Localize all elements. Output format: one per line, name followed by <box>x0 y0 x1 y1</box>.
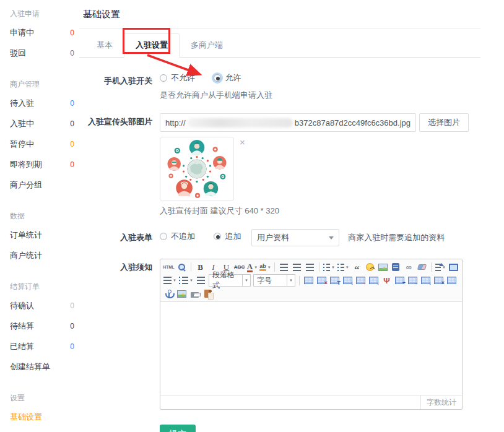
rich-text-editor: HTMLBIUABCA▼ab▼▼▼“∞▼▼▼段落格式▼字号▼×T↓→↓Ψ+→↓×… <box>160 259 463 410</box>
sidebar-item-待确认[interactable]: 待确认0 <box>10 295 79 316</box>
radio-append-circle[interactable] <box>214 233 221 240</box>
page-title: 基础设置 <box>79 0 480 28</box>
strikethrough-icon[interactable]: ABC <box>233 261 245 273</box>
insert-row-after-icon[interactable]: → <box>407 275 419 287</box>
indent-icon[interactable] <box>195 275 207 287</box>
tab-入驻设置[interactable]: 入驻设置 <box>124 33 180 58</box>
underline-icon[interactable]: U <box>220 261 232 273</box>
sidebar-item-count: 0 <box>70 28 74 37</box>
sidebar-section-header: 设置 <box>10 387 79 407</box>
choose-image-button[interactable]: 选择图片 <box>419 113 469 132</box>
insert-col-after-icon[interactable]: ↓ <box>420 275 432 287</box>
line-height-icon[interactable]: ▼ <box>163 275 177 287</box>
sidebar-item-商户分组[interactable]: 商户分组 <box>10 175 79 195</box>
html-source-icon[interactable]: HTML <box>163 261 175 273</box>
blockquote-icon[interactable]: “ <box>351 261 363 273</box>
sidebar-item-label: 基础设置 <box>10 412 42 423</box>
radio-allow[interactable]: 允许 <box>214 72 241 84</box>
sidebar-section: 入驻申请申请中0驳回0 <box>10 2 79 63</box>
table-props-icon[interactable] <box>446 275 458 287</box>
sidebar-item-通知设置[interactable]: 通知设置 <box>10 427 79 432</box>
ordered-list-icon[interactable]: ▼ <box>323 261 336 273</box>
sidebar-item-label: 入驻中 <box>10 118 34 129</box>
insert-link-icon[interactable]: ∞ <box>403 261 415 273</box>
chevron-down-icon: ▼ <box>189 279 193 282</box>
sidebar-section: 结算订单待确认0待结算0已结算0创建结算单 <box>10 275 79 377</box>
sidebar-item-label: 商户统计 <box>10 250 42 261</box>
font-color-icon: A <box>247 262 253 272</box>
print-icon[interactable] <box>189 288 201 300</box>
paragraph-spacing-icon <box>179 277 188 284</box>
delete-row-icon[interactable]: Ψ <box>381 275 393 287</box>
radio-disallow-circle[interactable] <box>160 74 167 82</box>
sidebar-item-label: 申请中 <box>10 27 34 38</box>
sidebar-item-待结算[interactable]: 待结算0 <box>10 316 79 336</box>
radio-no-append-circle[interactable] <box>160 233 167 240</box>
sidebar-item-订单统计[interactable]: 订单统计 <box>10 225 79 245</box>
merge-cells-icon[interactable]: ↓ <box>342 275 354 287</box>
sidebar-item-商户统计[interactable]: 商户统计 <box>10 245 79 266</box>
delete-col-icon: × <box>434 277 443 284</box>
paragraph-spacing-icon[interactable]: ▼ <box>178 275 194 287</box>
append-data-select[interactable]: 用户资料 <box>251 229 339 246</box>
header-image-url-input[interactable]: http:// b372c87a87d2cc49fc6c36bd.jpg <box>160 113 416 132</box>
insert-media-icon[interactable] <box>390 261 402 273</box>
remove-image-icon[interactable]: × <box>240 137 245 201</box>
insert-row-icon[interactable]: → <box>355 275 367 287</box>
radio-disallow[interactable]: 不允许 <box>160 72 195 84</box>
blockquote-icon: “ <box>354 264 360 270</box>
horizontal-rule-icon[interactable]: ▼ <box>435 261 446 273</box>
insert-image-icon[interactable] <box>377 261 389 273</box>
paste-icon <box>204 290 211 298</box>
editor-footer: 字数统计 <box>160 395 462 409</box>
remove-format-icon[interactable] <box>416 261 428 273</box>
emoticon-icon[interactable] <box>364 261 376 273</box>
insert-picture-icon[interactable] <box>176 288 188 300</box>
align-center-icon[interactable] <box>291 261 303 273</box>
unordered-list-icon[interactable]: ▼ <box>337 261 350 273</box>
highlight-color-icon[interactable]: ab▼ <box>259 261 271 273</box>
align-left-icon[interactable] <box>278 261 290 273</box>
editor-body[interactable] <box>160 302 462 395</box>
sidebar-item-基础设置[interactable]: 基础设置 <box>10 407 79 427</box>
merge-cells-icon: ↓ <box>343 277 352 284</box>
sidebar-item-label: 暂停中 <box>10 139 34 150</box>
insert-table-icon[interactable] <box>303 275 315 287</box>
sidebar-item-创建结算单[interactable]: 创建结算单 <box>10 356 79 377</box>
chevron-down-icon: ▼ <box>345 266 349 269</box>
toolbar-separator <box>319 262 319 272</box>
submit-button[interactable]: 提交 <box>160 425 196 432</box>
radio-append[interactable]: 追加 <box>214 231 241 242</box>
header-image-row: 入驻宣传头部图片 http:// b372c87a87d2cc49fc6c36b… <box>79 113 480 217</box>
notice-row: 入驻须知 HTMLBIUABCA▼ab▼▼▼“∞▼▼▼段落格式▼字号▼×T↓→↓… <box>79 259 480 410</box>
sidebar-item-即将到期[interactable]: 即将到期0 <box>10 154 79 175</box>
delete-table-icon[interactable]: × <box>316 275 328 287</box>
sidebar-item-已结算[interactable]: 已结算0 <box>10 336 79 356</box>
sidebar-item-申请中[interactable]: 申请中0 <box>10 22 79 43</box>
radio-allow-circle[interactable] <box>214 74 221 82</box>
sidebar-item-暂停中[interactable]: 暂停中0 <box>10 134 79 154</box>
font-color-icon[interactable]: A▼ <box>246 261 258 273</box>
sidebar-item-待入驻[interactable]: 待入驻0 <box>10 93 79 113</box>
append-form-label: 入驻表单 <box>79 229 152 246</box>
sidebar-item-入驻中[interactable]: 入驻中0 <box>10 113 79 134</box>
preview-icon[interactable] <box>176 261 188 273</box>
table-header-icon[interactable]: T <box>329 275 341 287</box>
sidebar-item-label: 商户分组 <box>10 179 42 191</box>
paragraph-select[interactable]: 段落格式▼ <box>209 274 251 287</box>
italic-icon[interactable]: I <box>207 261 219 273</box>
insert-col-icon[interactable]: ↓ <box>368 275 380 287</box>
paste-icon[interactable] <box>202 288 214 300</box>
radio-no-append[interactable]: 不追加 <box>160 231 195 242</box>
tab-多商户端[interactable]: 多商户端 <box>180 34 234 57</box>
split-cells-icon[interactable]: + <box>394 275 406 287</box>
bold-icon[interactable]: B <box>194 261 206 273</box>
tab-基本[interactable]: 基本 <box>85 34 124 57</box>
fullscreen-icon[interactable] <box>448 261 459 273</box>
align-right-icon[interactable] <box>304 261 316 273</box>
sidebar-item-count: 0 <box>70 119 74 128</box>
sidebar-item-驳回[interactable]: 驳回0 <box>10 43 79 63</box>
delete-col-icon[interactable]: × <box>433 275 445 287</box>
anchor-icon[interactable] <box>163 288 175 300</box>
fontsize-select[interactable]: 字号▼ <box>253 274 295 287</box>
